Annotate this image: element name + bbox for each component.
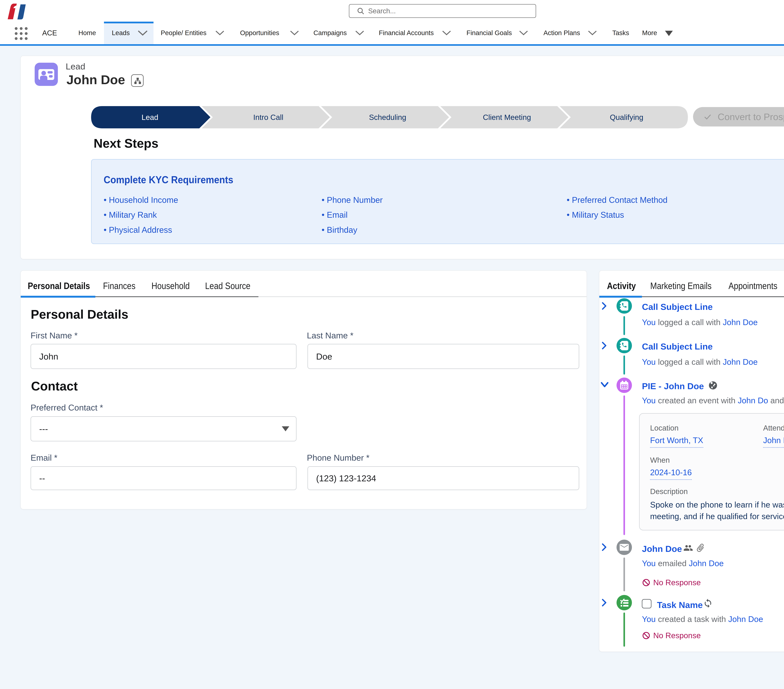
svg-text:Client Meeting: Client Meeting [483, 113, 531, 122]
svg-text:Intro Call: Intro Call [253, 113, 283, 122]
svg-text:Qualifying: Qualifying [610, 113, 643, 122]
svg-text:Scheduling: Scheduling [369, 113, 406, 122]
svg-text:Lead: Lead [142, 113, 158, 122]
